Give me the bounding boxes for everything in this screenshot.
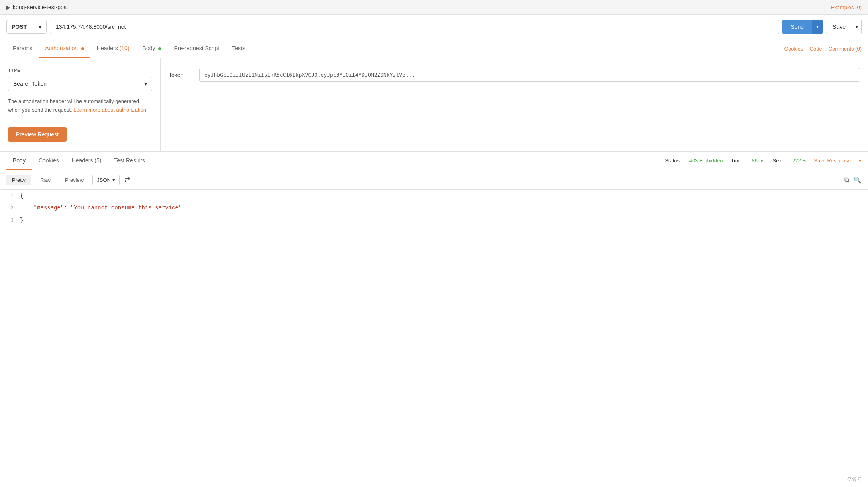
type-label: TYPE — [8, 68, 152, 73]
search-icon[interactable]: 🔍 — [854, 176, 862, 184]
token-input[interactable] — [199, 68, 860, 82]
tab-headers[interactable]: Headers (10) — [90, 39, 136, 58]
response-section: Body Cookies Headers (5) Test Results St… — [0, 152, 868, 238]
tab-body[interactable]: Body — [136, 39, 168, 58]
preview-request-button[interactable]: Preview Request — [8, 127, 67, 142]
line-number-1: 1 — [0, 192, 20, 201]
type-select[interactable]: Bearer Token ▾ — [8, 77, 152, 91]
save-dropdown-button[interactable]: ▾ — [852, 20, 862, 34]
response-meta: Status: 403 Forbidden Time: 86ms Size: 2… — [665, 158, 862, 164]
authorization-dot — [81, 47, 84, 50]
send-dropdown-button[interactable]: ▾ — [812, 20, 823, 34]
response-code-area: 1 { 2 "message": "You cannot consume thi… — [0, 190, 868, 238]
save-response-dropdown-icon[interactable]: ▾ — [859, 158, 862, 164]
method-select[interactable]: POST ▾ — [6, 20, 47, 34]
response-tab-body[interactable]: Body — [6, 152, 32, 170]
time-label: Time: — [731, 158, 744, 164]
time-value: 86ms — [752, 158, 765, 164]
type-select-value: Bearer Token — [13, 81, 47, 87]
format-tab-pretty[interactable]: Pretty — [6, 175, 31, 185]
header-bar: ▶ kong-service-test-post Examples (0) — [0, 0, 868, 15]
code-link[interactable]: Code — [810, 46, 822, 52]
save-response-link[interactable]: Save Response — [814, 158, 851, 164]
auth-left-panel: TYPE Bearer Token ▾ The authorization he… — [0, 58, 161, 151]
token-label: Token — [169, 72, 193, 78]
method-dropdown-icon: ▾ — [39, 24, 41, 30]
tab-authorization[interactable]: Authorization — [39, 39, 90, 58]
send-group: Send ▾ — [782, 20, 823, 34]
status-label: Status: — [665, 158, 681, 164]
tab-headers-label: Headers — [97, 45, 118, 51]
json-value-message: "You cannot consume this service" — [71, 205, 182, 211]
format-bar: Pretty Raw Preview JSON ▾ ⇄ ⧉ 🔍 — [0, 170, 868, 190]
auth-description: The authorization header will be automat… — [8, 97, 152, 114]
size-label: Size: — [772, 158, 784, 164]
size-value: 222 B — [792, 158, 806, 164]
copy-icon[interactable]: ⧉ — [844, 176, 849, 184]
response-tab-headers[interactable]: Headers (5) — [65, 152, 108, 170]
wrap-icon[interactable]: ⇄ — [124, 175, 130, 184]
type-select-icon: ▾ — [144, 81, 147, 87]
tab-pre-request[interactable]: Pre-request Script — [167, 39, 226, 58]
header-left: ▶ kong-service-test-post — [6, 4, 68, 10]
status-value: 403 Forbidden — [689, 158, 723, 164]
url-input[interactable] — [50, 20, 779, 34]
format-select-value: JSON — [97, 177, 111, 183]
page-title: kong-service-test-post — [13, 4, 68, 10]
line-content-3: } — [20, 216, 23, 225]
line-number-3: 3 — [0, 217, 20, 225]
url-bar: POST ▾ Send ▾ Save ▾ — [0, 15, 868, 39]
json-key-message: "message" — [34, 205, 64, 211]
format-tab-raw[interactable]: Raw — [35, 175, 56, 185]
examples-link[interactable]: Examples (0) — [831, 4, 862, 10]
code-line-1: 1 { — [0, 190, 868, 202]
code-line-2: 2 "message": "You cannot consume this se… — [0, 202, 868, 214]
tab-authorization-label: Authorization — [45, 45, 78, 51]
request-tabs-bar: Params Authorization Headers (10) Body P… — [0, 39, 868, 58]
body-dot — [158, 47, 161, 50]
tab-params[interactable]: Params — [6, 39, 39, 58]
save-button[interactable]: Save — [826, 20, 852, 34]
tabs-right-links: Cookies Code Comments (0) — [784, 46, 862, 52]
expand-icon[interactable]: ▶ — [6, 4, 10, 10]
send-button[interactable]: Send — [782, 20, 812, 34]
line-content-2: "message": "You cannot consume this serv… — [20, 203, 182, 212]
comments-link[interactable]: Comments (0) — [829, 46, 862, 52]
line-number-2: 2 — [0, 204, 20, 213]
method-text: POST — [12, 24, 27, 30]
response-tab-cookies[interactable]: Cookies — [32, 152, 65, 170]
line-content-1: { — [20, 191, 23, 200]
format-select-icon: ▾ — [112, 177, 115, 183]
cookies-link[interactable]: Cookies — [784, 46, 803, 52]
auth-right-panel: Token — [161, 58, 868, 151]
learn-more-link[interactable]: Learn more about authorization — [73, 107, 146, 113]
format-select[interactable]: JSON ▾ — [92, 175, 120, 185]
response-tab-test-results[interactable]: Test Results — [108, 152, 151, 170]
tab-body-label: Body — [143, 45, 155, 51]
tab-tests[interactable]: Tests — [226, 39, 252, 58]
main-content: TYPE Bearer Token ▾ The authorization he… — [0, 58, 868, 152]
code-line-3: 3 } — [0, 214, 868, 227]
format-icons-right: ⧉ 🔍 — [844, 176, 862, 184]
save-group: Save ▾ — [826, 20, 862, 34]
tab-headers-count: (10) — [120, 45, 130, 51]
token-row: Token — [169, 68, 860, 82]
response-tabs-bar: Body Cookies Headers (5) Test Results St… — [0, 152, 868, 170]
format-tab-preview[interactable]: Preview — [59, 175, 89, 185]
